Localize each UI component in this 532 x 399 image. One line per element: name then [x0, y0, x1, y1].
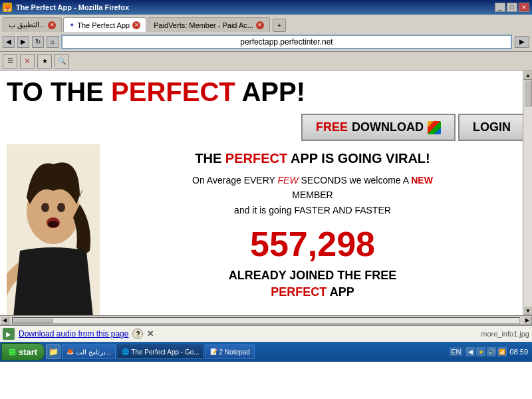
taskbar-item-1[interactable]: 🦊 برنامج الت... [62, 344, 116, 359]
nav-bar: ◀ ▶ ↻ ⌂ perfectapp.perfectinter.net ▶ [0, 32, 532, 52]
taskbar-item-2-icon: 🌐 [122, 348, 129, 355]
tray-icon-4: 📶 [497, 347, 507, 356]
joined-line1: ALREADY JOINED THE FREE [229, 269, 397, 282]
btn-free-label: FREE [316, 120, 348, 134]
taskbar-item-3-label: 2 Notepad [219, 348, 250, 356]
scroll-thumb[interactable] [524, 80, 532, 106]
tab-2-close[interactable]: ✕ [132, 21, 140, 29]
play-icon: ▶ [6, 331, 11, 338]
status-filename: more_info1.jpg [481, 330, 529, 338]
go-button[interactable]: ▶ [515, 36, 529, 48]
forward-button[interactable]: ▶ [17, 36, 29, 48]
taskbar-folder-icon[interactable]: 📁 [46, 344, 61, 359]
member-count: 557,298 [106, 224, 519, 264]
reload-button[interactable]: ↻ [32, 36, 44, 48]
tab-2-icon: ✦ [69, 21, 74, 29]
taskbar-right: EN ◀ ★ 🔊 📶 08:59 [446, 347, 531, 356]
heading-perfect: PERFECT [111, 77, 235, 106]
download-help-button[interactable]: ? [132, 329, 143, 339]
taskbar-item-1-icon: 🦊 [66, 348, 74, 355]
toolbar-menu-icon[interactable]: ☰ [3, 54, 17, 68]
tray-icon-2: ★ [476, 347, 485, 356]
viral-headline: THE PERFECT APP IS GOING VIRAL! [106, 151, 519, 166]
tab-1-label: التطبيق ب... [9, 21, 45, 29]
viral-sub1: On Average EVERY [192, 175, 275, 186]
windows-start-icon: ⊞ [9, 347, 16, 357]
start-label: start [19, 347, 37, 357]
tab-3[interactable]: PaidVerts: Member - Paid Ac... ✕ [148, 17, 270, 32]
toolbar-row: ☰ ✕ ★ 🔍 [0, 52, 532, 70]
viral-sub: On Average EVERY FEW SECONDS we welcome … [106, 173, 519, 217]
taskbar-item-1-label: برنامج الت... [76, 348, 111, 356]
scroll-track[interactable] [523, 80, 532, 306]
tray-icon-1: ◀ [466, 347, 475, 356]
viral-app: APP [291, 151, 318, 166]
title-controls: _ □ ✕ [495, 3, 529, 12]
scroll-up-button[interactable]: ▲ [523, 70, 532, 80]
login-button[interactable]: LOGIN [458, 114, 525, 141]
heading-to: TO THE [7, 77, 104, 106]
download-play-icon[interactable]: ▶ [3, 328, 15, 340]
address-text: perfectapp.perfectinter.net [240, 37, 332, 47]
taskbar-item-2[interactable]: 🌐 The Perfect App - Go... [117, 344, 203, 359]
scroll-down-button[interactable]: ▼ [523, 306, 532, 315]
woman-image [7, 144, 100, 315]
start-button[interactable]: ⊞ start [1, 343, 45, 360]
title-bar-left: 🦊 The Perfect App - Mozilla Firefox [3, 3, 129, 12]
back-button[interactable]: ◀ [3, 36, 15, 48]
taskbar-lang: EN [449, 347, 463, 356]
tab-2-label: The Perfect App [77, 21, 130, 29]
browser-logo-icon: 🦊 [3, 3, 12, 12]
viral-member: MEMBER [292, 190, 332, 200]
help-icon: ? [136, 331, 140, 338]
taskbar-clock: 08:59 [509, 348, 528, 356]
title-bar: 🦊 The Perfect App - Mozilla Firefox _ □ … [0, 0, 532, 15]
btn-download-label: DOWNLOAD [352, 120, 424, 134]
address-bar[interactable]: perfectapp.perfectinter.net [61, 35, 512, 49]
maximize-button[interactable]: □ [507, 3, 517, 12]
viral-new: NEW [411, 175, 433, 186]
svg-point-3 [57, 203, 65, 212]
taskbar-item-3[interactable]: 📝 2 Notepad [205, 344, 255, 359]
taskbar-item-3-icon: 📝 [210, 348, 217, 355]
woman-svg [7, 144, 100, 315]
h-scroll-track[interactable] [12, 317, 520, 324]
tab-3-close[interactable]: ✕ [256, 21, 264, 29]
download-label[interactable]: Download audio from this page [19, 329, 128, 338]
tab-2[interactable]: ✦ The Perfect App ✕ [63, 17, 146, 32]
viral-few: FEW [278, 175, 299, 186]
minimize-button[interactable]: _ [495, 3, 505, 12]
hero-buttons: FREE DOWNLOAD LOGIN [0, 110, 532, 144]
joined-app: APP [330, 285, 354, 299]
taskbar-item-2-label: The Perfect App - Go... [131, 348, 199, 356]
toolbar-star-icon[interactable]: ★ [37, 54, 52, 68]
download-close-button[interactable]: ✕ [147, 329, 154, 338]
joined-text: ALREADY JOINED THE FREE PERFECT APP [106, 267, 519, 301]
toolbar-stop-icon[interactable]: ✕ [20, 54, 35, 68]
scroll-left-button[interactable]: ◀ [0, 316, 9, 325]
content-area: THE PERFECT APP IS GOING VIRAL! On Avera… [0, 144, 532, 315]
close-button[interactable]: ✕ [519, 3, 529, 12]
new-tab-button[interactable]: + [273, 19, 286, 32]
taskbar: ⊞ start 📁 🦊 برنامج الت... 🌐 The Perfect … [0, 342, 532, 362]
tab-1[interactable]: التطبيق ب... ✕ [3, 17, 62, 32]
toolbar-search-icon[interactable]: 🔍 [55, 54, 69, 68]
tab-3-label: PaidVerts: Member - Paid Ac... [154, 21, 253, 29]
btn-login-label: LOGIN [473, 120, 511, 134]
joined-perfect: PERFECT [271, 285, 327, 299]
h-scroll-thumb[interactable] [13, 318, 53, 323]
window-title: The Perfect App - Mozilla Firefox [16, 3, 129, 11]
windows-icon [428, 121, 441, 134]
scroll-right-button[interactable]: ▶ [523, 316, 532, 325]
tab-1-close[interactable]: ✕ [48, 21, 56, 29]
home-button[interactable]: ⌂ [47, 36, 59, 48]
viral-text: THE PERFECT APP IS GOING VIRAL! On Avera… [100, 144, 525, 308]
viral-sub2: SECONDS we welcome A [301, 175, 409, 186]
free-download-button[interactable]: FREE DOWNLOAD [301, 114, 456, 141]
website-content: TO THE PERFECT APP! FREE DOWNLOAD LOGIN [0, 70, 532, 315]
svg-point-2 [41, 203, 49, 212]
viral-the: THE [195, 151, 221, 166]
heading-app: APP! [241, 77, 305, 106]
tab-bar: التطبيق ب... ✕ ✦ The Perfect App ✕ PaidV… [0, 15, 532, 32]
hero-heading: TO THE PERFECT APP! [0, 70, 532, 110]
